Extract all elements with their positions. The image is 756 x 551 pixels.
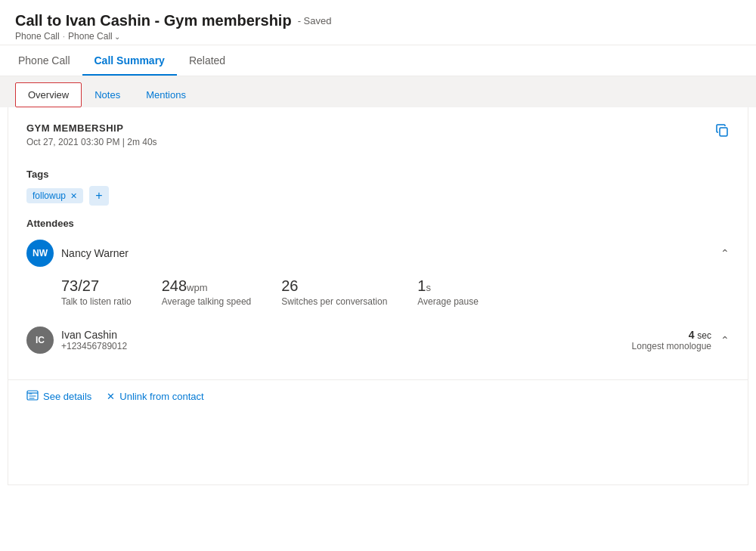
attendee-left-nancy: NW Nancy Warner xyxy=(26,240,129,267)
call-info: GYM MEMBERSHIP Oct 27, 2021 03:30 PM | 2… xyxy=(8,107,748,156)
attendees-label: Attendees xyxy=(26,218,730,229)
stat-value-talk: 73/27 xyxy=(61,277,132,295)
tab-call-summary[interactable]: Call Summary xyxy=(82,45,177,76)
call-duration: 2m 40s xyxy=(127,137,156,147)
stat-label-switches: Switches per conversation xyxy=(281,296,387,307)
attendee-name-ivan: Ivan Cashin xyxy=(61,329,127,341)
see-details-link[interactable]: See details xyxy=(26,389,91,404)
breadcrumb-phonecall[interactable]: Phone Call xyxy=(15,31,60,42)
attendee-header-nancy: NW Nancy Warner ⌃ xyxy=(26,235,730,271)
breadcrumb-type: Phone Call xyxy=(68,31,113,42)
avatar-initials-nancy: NW xyxy=(33,248,48,258)
subtab-mentions[interactable]: Mentions xyxy=(133,82,199,107)
tab-phone-call[interactable]: Phone Call xyxy=(15,45,82,76)
tags-area: Tags followup ✕ + xyxy=(8,169,748,206)
svg-rect-0 xyxy=(720,128,727,136)
attendee-left-ivan: IC Ivan Cashin +123456789012 xyxy=(26,327,127,354)
title-text: Call to Ivan Cashin - Gym membership xyxy=(15,12,292,29)
attendee-header-ivan: IC Ivan Cashin +123456789012 4 sec xyxy=(26,322,730,358)
attendee-row-ivan: IC Ivan Cashin +123456789012 4 sec xyxy=(26,322,730,358)
collapse-nancy-icon[interactable]: ⌃ xyxy=(720,247,730,259)
stat-label-talk: Talk to listen ratio xyxy=(61,296,132,307)
unlink-contact-label: Unlink from contact xyxy=(119,391,203,402)
stat-talk-listen: 73/27 Talk to listen ratio xyxy=(61,277,132,307)
avatar-nancy: NW xyxy=(26,240,54,267)
tags-row: followup ✕ + xyxy=(26,186,730,206)
footer-actions: See details ✕ Unlink from contact xyxy=(8,379,748,413)
tag-chip-followup: followup ✕ xyxy=(26,188,83,203)
breadcrumb-sep: · xyxy=(63,31,65,42)
unlink-icon: ✕ xyxy=(107,391,115,402)
avatar-ivan: IC xyxy=(26,327,54,354)
subtab-notes[interactable]: Notes xyxy=(82,82,133,107)
subtab-overview[interactable]: Overview xyxy=(15,82,82,107)
breadcrumb: Phone Call · Phone Call ⌄ xyxy=(15,31,741,42)
attendee-row-nancy: NW Nancy Warner ⌃ 73/27 Talk to listen xyxy=(26,235,730,313)
content-area: GYM MEMBERSHIP Oct 27, 2021 03:30 PM | 2… xyxy=(8,107,748,485)
attendee-right-nancy: ⌃ xyxy=(720,247,730,259)
unlink-contact-link[interactable]: ✕ Unlink from contact xyxy=(107,391,203,402)
attendee-right-ivan: 4 sec Longest monologue ⌃ xyxy=(632,329,730,351)
stats-grid-nancy: 73/27 Talk to listen ratio 248wpm Averag… xyxy=(26,271,730,313)
attendees-section: Attendees NW Nancy Warner ⌃ xyxy=(8,218,748,379)
attendee-info-ivan: Ivan Cashin +123456789012 xyxy=(61,329,127,351)
monologue-unit: sec xyxy=(697,330,711,341)
avatar-initials-ivan: IC xyxy=(36,335,45,345)
stat-pause: 1s Average pause xyxy=(417,277,479,307)
stat-label-speed: Average talking speed xyxy=(162,296,252,307)
see-details-icon xyxy=(26,389,39,404)
monologue-value: 4 sec xyxy=(632,329,711,341)
stat-label-pause: Average pause xyxy=(417,296,479,307)
attendee-name-nancy: Nancy Warner xyxy=(61,247,129,259)
add-tag-button[interactable]: + xyxy=(89,186,109,206)
tag-name: followup xyxy=(33,190,66,201)
header: Call to Ivan Cashin - Gym membership - S… xyxy=(0,0,756,45)
saved-badge: - Saved xyxy=(298,15,332,26)
monologue-info-ivan: 4 sec Longest monologue xyxy=(632,329,711,351)
copy-icon[interactable] xyxy=(714,122,730,141)
monologue-label: Longest monologue xyxy=(632,341,711,351)
main-tabs: Phone Call Call Summary Related xyxy=(0,45,756,76)
attendee-phone-ivan: +123456789012 xyxy=(61,341,127,351)
call-datetime: Oct 27, 2021 03:30 PM | 2m 40s xyxy=(26,137,730,147)
sub-tabs: Overview Notes Mentions xyxy=(0,76,756,107)
see-details-label: See details xyxy=(43,391,91,402)
call-title: GYM MEMBERSHIP xyxy=(26,122,730,134)
page-container: Call to Ivan Cashin - Gym membership - S… xyxy=(0,0,756,551)
breadcrumb-dropdown[interactable]: Phone Call ⌄ xyxy=(68,31,120,42)
tag-remove-icon[interactable]: ✕ xyxy=(70,191,77,201)
stat-switches: 26 Switches per conversation xyxy=(281,277,387,307)
breadcrumb-chevron-icon: ⌄ xyxy=(114,33,120,41)
page-title: Call to Ivan Cashin - Gym membership - S… xyxy=(15,12,741,29)
call-date: Oct 27, 2021 03:30 PM xyxy=(26,137,119,147)
stat-value-speed: 248wpm xyxy=(162,277,252,295)
tags-label: Tags xyxy=(26,169,730,180)
tab-related[interactable]: Related xyxy=(177,45,237,76)
collapse-ivan-icon[interactable]: ⌃ xyxy=(720,334,730,346)
stat-value-switches: 26 xyxy=(281,277,387,295)
stat-value-pause: 1s xyxy=(417,277,479,295)
stat-talking-speed: 248wpm Average talking speed xyxy=(162,277,252,307)
